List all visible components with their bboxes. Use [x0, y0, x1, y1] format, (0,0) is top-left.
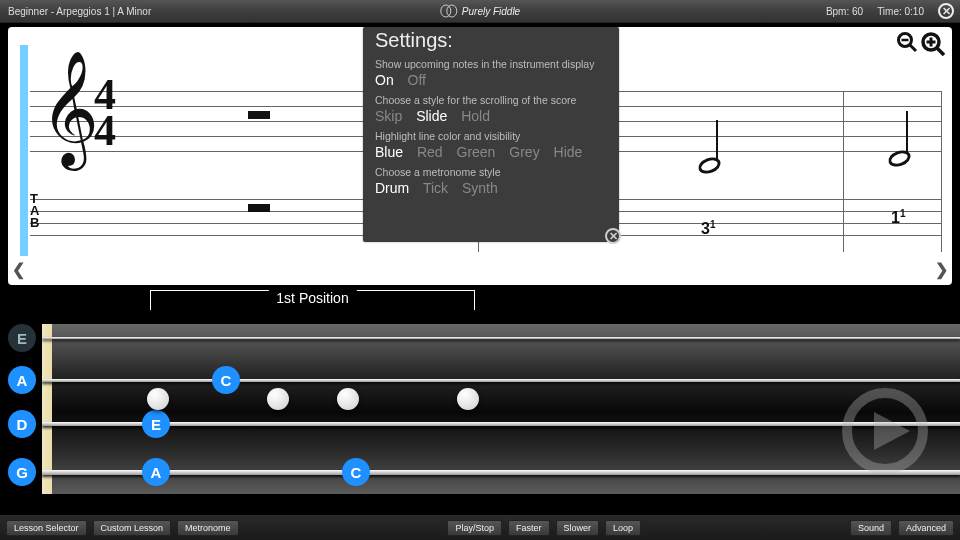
option-scroll-hold[interactable]: Hold [461, 108, 490, 124]
tab-clef: T A B [30, 193, 39, 229]
custom-lesson-button[interactable]: Custom Lesson [93, 520, 172, 536]
brand-logo: Purely Fiddle [440, 4, 520, 18]
play-direction-icon [840, 386, 930, 480]
svg-marker-10 [874, 412, 910, 450]
option-highlight-hide[interactable]: Hide [554, 144, 583, 160]
option-metronome-tick[interactable]: Tick [423, 180, 448, 196]
faster-button[interactable]: Faster [508, 520, 550, 536]
metronome-button[interactable]: Metronome [177, 520, 239, 536]
time-sig-bottom: 4 [94, 113, 116, 149]
tab-number: 11 [891, 208, 905, 227]
slower-button[interactable]: Slower [556, 520, 600, 536]
settings-upcoming-desc: Show upcoming notes in the instrument di… [375, 58, 607, 70]
note-stem [906, 111, 908, 153]
option-highlight-green[interactable]: Green [457, 144, 496, 160]
close-app-button[interactable]: ✕ [938, 3, 954, 19]
settings-panel: Settings: Show upcoming notes in the ins… [363, 27, 619, 242]
zoom-out-button[interactable] [896, 31, 918, 57]
lesson-title: Beginner - Arpeggios 1 | A Minor [0, 6, 151, 17]
option-highlight-red[interactable]: Red [417, 144, 443, 160]
fret-note[interactable]: A [142, 458, 170, 486]
brand-icon [440, 4, 458, 18]
instrument-area: 1st Position E A D G C E A C [0, 290, 960, 510]
upcoming-note-dot [337, 388, 359, 410]
treble-clef-icon: 𝄞 [40, 59, 99, 159]
nut [42, 324, 52, 494]
barline [843, 91, 844, 252]
open-string-e[interactable]: E [8, 324, 36, 352]
zoom-in-button[interactable] [920, 31, 946, 57]
fret-note[interactable]: C [212, 366, 240, 394]
option-scroll-skip[interactable]: Skip [375, 108, 402, 124]
open-string-g[interactable]: G [8, 458, 36, 486]
settings-highlight-desc: Highlight line color and visibility [375, 130, 607, 142]
position-label: 1st Position [268, 290, 356, 306]
fret-note[interactable]: E [142, 410, 170, 438]
advanced-button[interactable]: Advanced [898, 520, 954, 536]
settings-title: Settings: [375, 29, 607, 52]
prev-page-button[interactable]: ❮ [12, 260, 25, 279]
upcoming-note-dot [147, 388, 169, 410]
top-bar: Beginner - Arpeggios 1 | A Minor Purely … [0, 0, 960, 23]
tab-number: 31 [701, 219, 715, 238]
close-settings-button[interactable]: ✕ [605, 228, 621, 244]
loop-button[interactable]: Loop [605, 520, 641, 536]
option-upcoming-off[interactable]: Off [408, 72, 426, 88]
note-stem [716, 120, 718, 160]
play-stop-button[interactable]: Play/Stop [447, 520, 502, 536]
bpm-label: Bpm: 60 [826, 6, 863, 17]
playhead-highlight [20, 45, 28, 256]
svg-point-0 [441, 5, 451, 17]
next-page-button[interactable]: ❯ [935, 260, 948, 279]
settings-metronome-desc: Choose a metronome style [375, 166, 607, 178]
option-highlight-grey[interactable]: Grey [509, 144, 539, 160]
option-upcoming-on[interactable]: On [375, 72, 394, 88]
option-metronome-synth[interactable]: Synth [462, 180, 498, 196]
option-metronome-drum[interactable]: Drum [375, 180, 409, 196]
svg-line-6 [937, 48, 944, 55]
upcoming-note-dot [457, 388, 479, 410]
barline [941, 91, 942, 252]
option-highlight-blue[interactable]: Blue [375, 144, 403, 160]
svg-point-1 [447, 5, 457, 17]
fret-note[interactable]: C [342, 458, 370, 486]
option-scroll-slide[interactable]: Slide [416, 108, 447, 124]
open-string-a[interactable]: A [8, 366, 36, 394]
rest-icon [248, 111, 270, 119]
rest-icon [248, 204, 270, 212]
score-area: ❮ ❯ 𝄞 4 4 T A B 11 31 11 Settings: Show … [8, 27, 952, 285]
settings-scroll-desc: Choose a style for the scrolling of the … [375, 94, 607, 106]
sound-button[interactable]: Sound [850, 520, 892, 536]
position-bracket: 1st Position [150, 290, 475, 310]
svg-line-3 [910, 45, 916, 51]
time-signature: 4 4 [94, 77, 116, 149]
upcoming-note-dot [267, 388, 289, 410]
open-string-d[interactable]: D [8, 410, 36, 438]
lesson-selector-button[interactable]: Lesson Selector [6, 520, 87, 536]
fretboard[interactable]: E A D G C E A C [42, 324, 960, 494]
bottom-bar: Lesson Selector Custom Lesson Metronome … [0, 515, 960, 540]
brand-text: Purely Fiddle [462, 6, 520, 17]
time-label: Time: 0:10 [877, 6, 924, 17]
